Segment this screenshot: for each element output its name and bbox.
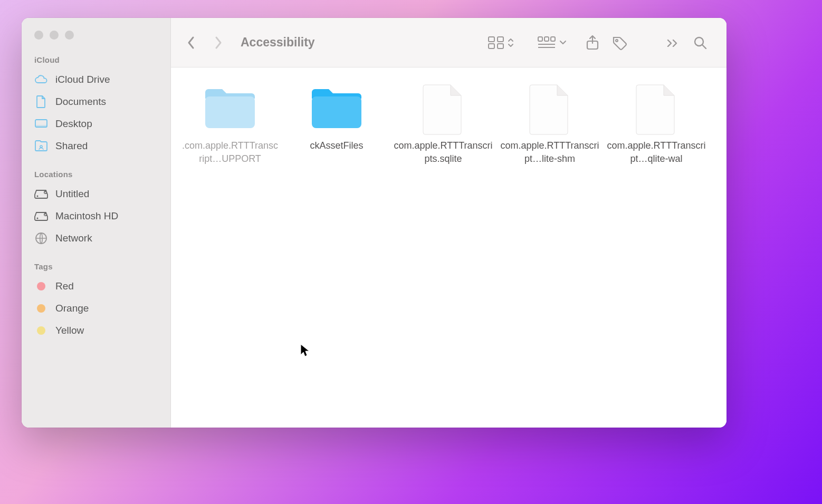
item-label: com.apple.RTTTranscripts.sqlite xyxy=(391,136,495,166)
svg-rect-22 xyxy=(312,96,361,128)
tag-dot-icon xyxy=(34,324,48,337)
tag-dot-icon xyxy=(34,279,48,293)
item-label: com.apple.RTTTranscript…lite-shm xyxy=(498,136,601,166)
sidebar-section-label: Locations xyxy=(22,170,170,183)
group-by-control[interactable] xyxy=(538,36,567,49)
item-label: .com.apple.RTTTranscript…UPPORT xyxy=(178,136,282,166)
sidebar-item-label: Network xyxy=(55,232,92,244)
svg-rect-13 xyxy=(544,37,549,41)
desktop-icon xyxy=(34,117,48,131)
grid-stack-icon xyxy=(538,36,556,49)
file-item[interactable]: com.apple.RTTTranscript…qlite-wal xyxy=(605,83,708,166)
svg-rect-10 xyxy=(489,44,494,49)
document-icon xyxy=(34,95,48,109)
file-icon xyxy=(414,83,472,136)
item-label: com.apple.RTTTranscript…qlite-wal xyxy=(605,136,708,166)
file-icon xyxy=(627,83,685,136)
sidebar-item-network[interactable]: Network xyxy=(22,227,170,249)
sidebar-item-shared[interactable]: Shared xyxy=(22,135,170,157)
sidebar-item-tag-red[interactable]: Red xyxy=(22,275,170,297)
search-button[interactable] xyxy=(689,31,712,54)
svg-rect-21 xyxy=(205,96,255,128)
sidebar-item-label: Untitled xyxy=(55,188,89,200)
grid-icon xyxy=(488,36,504,49)
item-label: ckAssetFiles xyxy=(308,136,365,152)
sidebar-item-label: Orange xyxy=(55,303,89,314)
sidebar-item-label: Macintosh HD xyxy=(55,210,118,222)
tags-button[interactable] xyxy=(608,31,632,54)
view-mode-control[interactable] xyxy=(488,36,514,49)
disk-icon xyxy=(34,209,48,223)
folder-item[interactable]: .com.apple.RTTTranscript…UPPORT xyxy=(178,83,282,166)
globe-icon xyxy=(34,231,48,245)
window-controls xyxy=(22,31,170,55)
file-item[interactable]: com.apple.RTTTranscript…lite-shm xyxy=(498,83,601,166)
disk-icon xyxy=(34,187,48,201)
finder-window: iCloud iCloud Drive Documents Desktop xyxy=(22,18,727,428)
file-icon xyxy=(521,83,579,136)
cloud-icon xyxy=(34,73,48,86)
folder-item[interactable]: ckAssetFiles xyxy=(285,83,388,152)
svg-point-18 xyxy=(616,40,618,42)
svg-point-5 xyxy=(37,218,39,219)
sidebar-item-label: Yellow xyxy=(55,325,84,336)
svg-rect-11 xyxy=(498,44,503,49)
svg-point-3 xyxy=(37,196,39,197)
tag-dot-icon xyxy=(34,302,48,315)
file-grid[interactable]: .com.apple.RTTTranscript…UPPORT ckAssetF… xyxy=(171,67,727,428)
sidebar-item-icloud-drive[interactable]: iCloud Drive xyxy=(22,69,170,91)
shared-folder-icon xyxy=(34,139,48,153)
chevron-updown-icon xyxy=(507,37,514,49)
sidebar-item-label: iCloud Drive xyxy=(55,74,110,85)
svg-line-20 xyxy=(702,45,706,49)
folder-icon xyxy=(201,83,259,136)
sidebar: iCloud iCloud Drive Documents Desktop xyxy=(22,18,171,428)
folder-icon xyxy=(308,83,366,136)
file-item[interactable]: com.apple.RTTTranscripts.sqlite xyxy=(391,83,495,166)
zoom-button[interactable] xyxy=(65,31,74,40)
chevron-down-icon xyxy=(559,40,567,46)
sidebar-item-label: Shared xyxy=(55,140,88,152)
main-pane: Accessibility xyxy=(171,18,727,428)
svg-point-2 xyxy=(40,146,42,148)
svg-rect-8 xyxy=(489,37,494,42)
window-title: Accessibility xyxy=(241,35,315,50)
forward-button[interactable] xyxy=(207,31,230,54)
back-button[interactable] xyxy=(179,31,203,54)
overflow-button[interactable] xyxy=(661,31,684,54)
sidebar-item-tag-yellow[interactable]: Yellow xyxy=(22,319,170,342)
svg-rect-12 xyxy=(538,37,542,41)
svg-rect-9 xyxy=(498,37,503,42)
sidebar-section-locations: Locations Untitled Macintosh HD Network xyxy=(22,170,170,249)
sidebar-section-label: Tags xyxy=(22,262,170,275)
sidebar-item-documents[interactable]: Documents xyxy=(22,91,170,113)
sidebar-section-tags: Tags Red Orange Yellow xyxy=(22,262,170,342)
svg-rect-14 xyxy=(551,37,555,41)
sidebar-section-label: iCloud xyxy=(22,55,170,69)
sidebar-item-label: Documents xyxy=(55,96,106,108)
toolbar: Accessibility xyxy=(171,18,727,67)
share-button[interactable] xyxy=(581,31,604,54)
sidebar-item-untitled[interactable]: Untitled xyxy=(22,183,170,205)
close-button[interactable] xyxy=(34,31,43,40)
sidebar-section-icloud: iCloud iCloud Drive Documents Desktop xyxy=(22,55,170,157)
sidebar-item-macintosh-hd[interactable]: Macintosh HD xyxy=(22,205,170,227)
sidebar-item-desktop[interactable]: Desktop xyxy=(22,113,170,135)
sidebar-item-label: Desktop xyxy=(55,118,92,130)
sidebar-item-label: Red xyxy=(55,280,74,292)
minimize-button[interactable] xyxy=(50,31,59,40)
svg-rect-1 xyxy=(35,125,47,127)
sidebar-item-tag-orange[interactable]: Orange xyxy=(22,297,170,319)
